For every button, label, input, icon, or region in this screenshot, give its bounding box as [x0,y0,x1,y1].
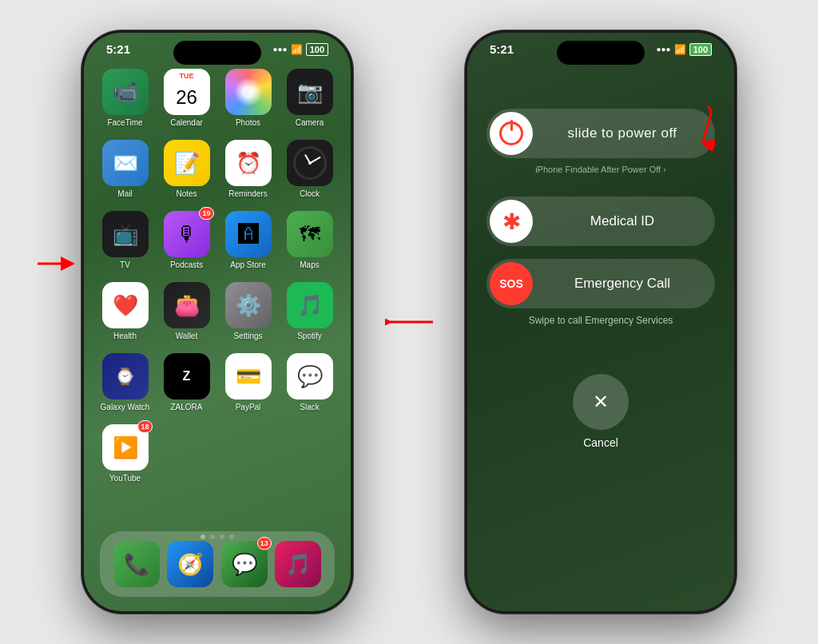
app-clock[interactable]: Clock [283,140,336,198]
emergency-call-label: Emergency Call [533,276,712,292]
status-icons-2: ●●● 📶 100 [657,43,712,56]
wifi-icon: 📶 [291,44,303,55]
dock: 📞 🧭 💬 13 🎵 [100,531,335,597]
battery-icon: 100 [306,43,328,56]
cancel-icon: ✕ [593,391,609,413]
arrows-container [385,310,433,334]
app-tv[interactable]: 📺 TV [98,211,152,269]
app-reminders[interactable]: ⏰ Reminders [221,140,275,198]
app-settings[interactable]: ⚙️ Settings [221,282,275,340]
app-calendar[interactable]: TUE 26 Calendar [160,69,213,127]
medical-id-slider[interactable]: ✱ Medical ID [486,197,715,246]
app-maps[interactable]: 🗺 Maps [283,211,336,269]
wifi-icon-2: 📶 [674,44,686,55]
dock-messages[interactable]: 💬 13 [221,541,268,587]
app-grid: 📹 FaceTime TUE 26 Calendar Photos 📷 [84,61,351,491]
emergency-call-slider[interactable]: SOS Emergency Call [486,259,715,308]
status-icons: ●●● 📶 100 [273,43,328,56]
dock-safari[interactable]: 🧭 [167,541,213,587]
app-spotify[interactable]: 🎵 Spotify [283,282,336,340]
medical-id-label: Medical ID [533,213,712,229]
app-camera[interactable]: 📷 Camera [283,69,336,127]
app-youtube[interactable]: ▶️ 18 YouTube [98,424,152,483]
cancel-label: Cancel [583,436,618,449]
findable-text: iPhone Findable After Power Off › [467,165,734,174]
signal-icon: ●●● [273,45,288,54]
app-notes[interactable]: 📝 Notes [160,140,213,198]
app-health[interactable]: ❤️ Health [98,282,152,340]
medical-id-thumb: ✱ [490,200,533,243]
dynamic-island-2 [557,41,645,65]
annotation-arrow [651,103,715,151]
status-time-2: 5:21 [490,42,514,56]
dock-phone[interactable]: 📞 [113,541,160,587]
app-slack[interactable]: 💬 Slack [283,353,336,411]
sos-thumb: SOS [490,262,533,305]
signal-icon-2: ●●● [657,45,671,54]
medical-icon: ✱ [502,209,521,235]
app-galaxywatch[interactable]: ⌚ Galaxy Watch [98,353,152,411]
power-thumb [490,112,533,155]
power-icon [499,121,523,145]
app-appstore[interactable]: 🅰 App Store [221,211,275,269]
app-photos[interactable]: Photos [221,69,275,127]
app-zalora[interactable]: Z ZALORA [160,353,213,411]
cancel-wrapper: ✕ Cancel [467,374,734,449]
phone-home-screen: 5:21 ●●● 📶 100 📹 FaceTime TUE 26 C [81,30,353,614]
battery-icon-2: 100 [689,43,712,56]
dynamic-island [173,41,261,65]
phone-power-screen: 5:21 ●●● 📶 100 slide to power off iPhone… [465,30,737,614]
arrow-right-top [385,310,433,334]
dock-music[interactable]: 🎵 [275,541,321,587]
cancel-button[interactable]: ✕ [573,374,629,430]
app-paypal[interactable]: 💳 PayPal [221,353,275,411]
sos-text: SOS [499,277,523,290]
app-facetime[interactable]: 📹 FaceTime [98,69,152,127]
app-podcasts[interactable]: 🎙 19 Podcasts [160,211,213,269]
app-mail[interactable]: ✉️ Mail [98,140,152,198]
status-time: 5:21 [106,42,130,56]
sos-caption: Swipe to call Emergency Services [467,315,734,326]
app-wallet[interactable]: 👛 Wallet [160,282,213,340]
